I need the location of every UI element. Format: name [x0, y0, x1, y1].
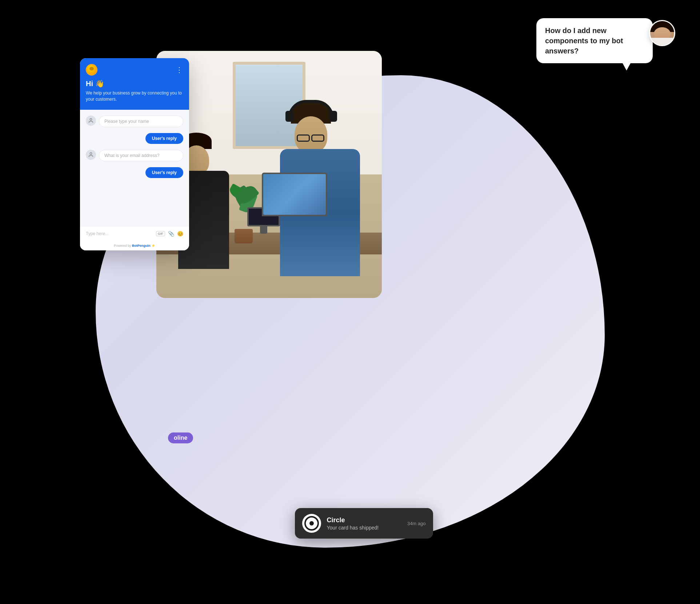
- powered-by-footer: Powered by BotPenguin ⚡: [80, 241, 189, 250]
- reply-row-2: User's reply: [86, 167, 183, 178]
- name-placeholder: Please type your name: [104, 119, 149, 124]
- notification-body: Your card has shipped!: [327, 525, 401, 531]
- notification-icon: [302, 514, 321, 533]
- email-placeholder: What is your email address?: [104, 153, 159, 158]
- name-input-field[interactable]: Please type your name: [99, 116, 183, 127]
- chat-message-row-1: Please type your name: [86, 116, 183, 127]
- wave-emoji-icon: 👋: [95, 79, 104, 88]
- laptop: [262, 173, 335, 220]
- user-avatar: [649, 20, 675, 46]
- chat-widget: ⋮ Hi 👋 We help your business grow by con…: [80, 58, 189, 250]
- notification-card: Circle Your card has shipped! 34m ago: [295, 508, 433, 539]
- user-icon-1: [86, 116, 96, 126]
- user-icon-2: [86, 150, 96, 160]
- chat-type-input[interactable]: Type here...: [86, 231, 156, 236]
- chat-footer-icons: GIF 📎 😊: [156, 231, 183, 237]
- speech-bubble-text: How do I add new components to my bot an…: [545, 25, 644, 56]
- reply-row-1: User's reply: [86, 133, 183, 144]
- chat-subtitle: We help your business grow by connecting…: [86, 90, 183, 102]
- chat-header: ⋮ Hi 👋 We help your business grow by con…: [80, 58, 189, 110]
- svg-point-0: [90, 118, 92, 120]
- gif-button[interactable]: GIF: [156, 231, 165, 236]
- email-input-field[interactable]: What is your email address?: [99, 150, 183, 161]
- chat-footer: Type here... GIF 📎 😊: [80, 226, 189, 241]
- person-main: [262, 124, 371, 276]
- bolt-icon: ⚡: [151, 244, 155, 247]
- more-options-button[interactable]: ⋮: [176, 65, 183, 74]
- notification-content: Circle Your card has shipped!: [327, 516, 401, 531]
- chat-greeting: Hi 👋: [86, 79, 183, 88]
- notification-title: Circle: [327, 516, 401, 524]
- speech-bubble: How do I add new components to my bot an…: [536, 18, 653, 63]
- caroline-badge: oline: [168, 432, 193, 443]
- botpenguin-brand: BotPenguin: [132, 244, 151, 247]
- notification-time: 34m ago: [407, 521, 426, 526]
- user-reply-button-2[interactable]: User's reply: [145, 167, 183, 178]
- bot-avatar: [86, 64, 97, 76]
- office-photo: [156, 51, 382, 298]
- chat-message-row-2: What is your email address?: [86, 150, 183, 161]
- user-reply-button-1[interactable]: User's reply: [145, 133, 183, 144]
- scene: ⋮ Hi 👋 We help your business grow by con…: [0, 0, 700, 604]
- svg-point-1: [90, 153, 92, 154]
- chat-body: Please type your name User's reply What …: [80, 110, 189, 226]
- emoji-icon[interactable]: 😊: [177, 231, 183, 237]
- attachment-icon[interactable]: 📎: [168, 231, 174, 237]
